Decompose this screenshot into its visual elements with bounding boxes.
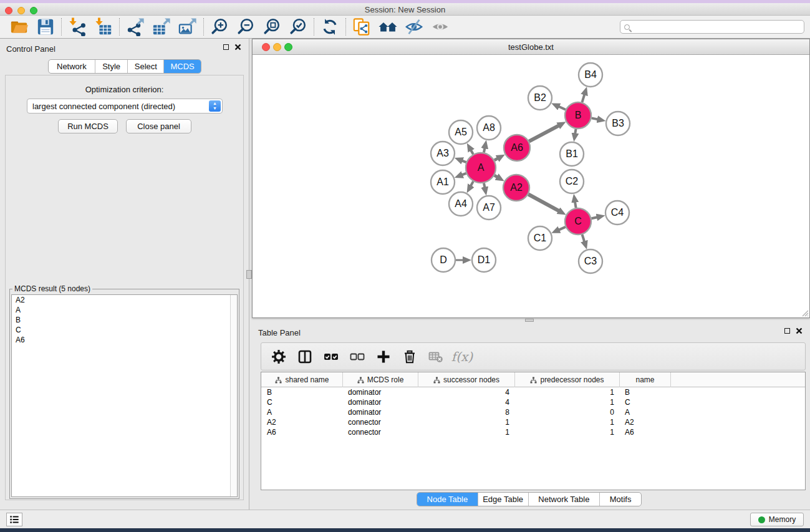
column-header-shared-name[interactable]: shared name [262,372,343,387]
save-session-icon[interactable] [32,17,59,37]
edge-A-A7[interactable] [484,183,485,188]
tab-network[interactable]: Network [49,60,95,73]
deselect-all-rows-icon[interactable] [349,348,366,365]
export-network-icon[interactable] [122,17,148,37]
mcds-result-item[interactable]: A2 [12,295,237,305]
table-cell[interactable]: 1 [515,387,620,397]
column-header-mcds-role[interactable]: MCDS role [343,372,418,387]
table-cell[interactable]: connector [343,427,418,437]
table-cell[interactable]: dominator [343,407,418,417]
column-header-name[interactable]: name [620,372,671,387]
result-list-scrollbar[interactable] [230,295,237,496]
edge-A-A3[interactable] [462,161,466,163]
table-cell[interactable]: connector [343,417,418,427]
add-entry-icon[interactable] [375,348,392,365]
show-network-overview-icon[interactable] [427,17,453,37]
task-history-button[interactable] [6,513,22,526]
table-row-A2[interactable]: A2connector11A2 [261,417,805,427]
tab-motifs[interactable]: Motifs [599,493,641,506]
edge-B-B4[interactable] [582,95,585,103]
table-cell[interactable]: A2 [262,417,343,427]
zoom-in-icon[interactable] [206,17,233,37]
float-panel-icon[interactable] [223,44,229,50]
select-all-rows-icon[interactable] [322,348,340,365]
column-header-successor-nodes[interactable]: successor nodes [418,372,515,387]
table-row-A[interactable]: Adominator80A [261,407,805,417]
table-row-C[interactable]: Cdominator41C [261,397,805,407]
table-row-A6[interactable]: A6connector11A6 [261,427,805,437]
table-cell[interactable]: A [620,407,671,417]
tab-mcds[interactable]: MCDS [163,60,201,73]
table-cell[interactable]: A6 [620,427,671,437]
criterion-select[interactable]: largest connected component (directed) ▲… [27,99,223,114]
edge-B-B3[interactable] [592,118,598,119]
zoom-selected-region-icon[interactable] [285,17,311,37]
table-cell[interactable]: 1 [418,417,515,427]
float-table-panel-icon[interactable] [784,328,790,334]
edge-A-A6[interactable] [494,158,498,160]
table-cell[interactable]: 0 [515,407,620,417]
edge-A-A2[interactable] [494,175,498,177]
table-cell[interactable]: 4 [418,397,515,407]
apply-preferred-layout-icon[interactable] [375,17,401,37]
table-cell[interactable]: C [620,397,671,407]
import-network-from-file-icon[interactable] [64,17,90,37]
table-options-icon[interactable] [270,348,287,365]
edge-C-C1[interactable] [559,227,566,230]
horizontal-splitter-handle[interactable] [525,319,534,322]
table-cell[interactable]: 1 [515,417,620,427]
table-cell[interactable]: 4 [418,387,515,397]
memory-button[interactable]: Memory [750,513,804,526]
tab-select[interactable]: Select [127,60,163,73]
mcds-result-item[interactable]: C [12,325,237,335]
edge-C-C2[interactable] [575,202,576,208]
run-mcds-button[interactable]: Run MCDS [58,119,118,133]
table-cell[interactable]: 8 [418,407,515,417]
edge-B-B2[interactable] [559,107,566,110]
clone-network-icon[interactable] [349,17,375,37]
edge-A-A1[interactable] [462,173,466,175]
table-cell[interactable]: A6 [262,427,343,437]
table-cell[interactable]: C [262,397,343,407]
vertical-splitter-handle[interactable] [246,270,252,279]
mcds-result-item[interactable]: A [12,305,237,315]
edge-A6-B[interactable] [529,125,559,141]
refresh-network-view-icon[interactable] [317,17,343,37]
close-panel-icon[interactable] [234,44,241,51]
search-input[interactable] [633,21,804,32]
zoom-out-icon[interactable] [233,17,259,37]
import-table-from-file-icon[interactable] [90,17,117,37]
tab-style[interactable]: Style [95,60,128,73]
tab-network-table[interactable]: Network Table [528,493,600,506]
network-canvas[interactable]: B4B2BB3A8A5A6A3B1AA1C2A2A4A7C4CC1DD1C3 [253,55,809,317]
table-cell[interactable]: dominator [343,397,418,407]
edge-A-A4[interactable] [471,181,473,186]
edge-A-A5[interactable] [471,150,473,154]
column-browser-icon[interactable] [296,348,314,365]
table-cell[interactable]: 1 [418,427,515,437]
zoom-fit-content-icon[interactable] [259,17,285,37]
toolbar-search[interactable] [620,20,804,34]
export-image-icon[interactable] [175,17,201,37]
mcds-result-item[interactable]: B [12,315,237,325]
table-cell[interactable]: dominator [343,387,418,397]
mcds-result-item[interactable]: A6 [12,335,237,345]
edge-B-B1[interactable] [575,129,576,134]
tab-edge-table[interactable]: Edge Table [478,493,528,506]
close-panel-button[interactable]: Close panel [126,119,191,133]
function-builder-icon[interactable]: f(x) [453,348,471,365]
open-session-icon[interactable] [6,17,32,37]
table-row-B[interactable]: Bdominator41B [261,387,805,397]
edge-C-C3[interactable] [582,235,585,242]
close-table-panel-icon[interactable] [796,327,803,334]
column-header-predecessor-nodes[interactable]: predecessor nodes [515,372,620,387]
table-cell[interactable]: A [262,407,343,417]
edge-A-A8[interactable] [484,148,485,152]
table-cell[interactable]: 1 [515,397,620,407]
resize-grip-icon[interactable] [800,308,809,317]
table-cell[interactable]: B [262,387,343,397]
export-table-icon[interactable] [148,17,175,37]
tab-node-table[interactable]: Node Table [417,493,478,506]
network-window-titlebar[interactable]: testGlobe.txt [253,39,809,55]
toggle-graphics-details-icon[interactable] [401,17,427,37]
